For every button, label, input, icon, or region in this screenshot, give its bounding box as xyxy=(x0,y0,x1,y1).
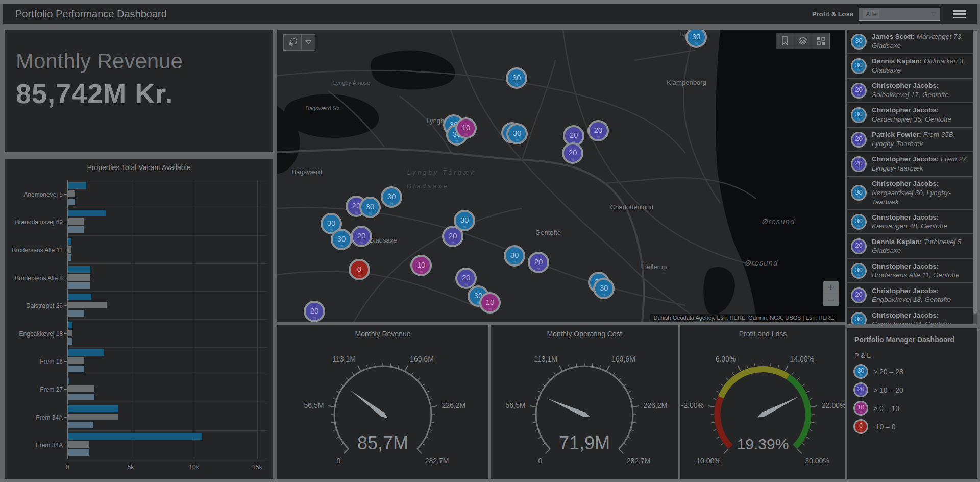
list-item-text: Dennis Kaplan: Oldmarken 3, Gladsaxe xyxy=(872,57,971,75)
select-tool-button[interactable] xyxy=(284,35,301,50)
cluster-badge-20[interactable]: 20% xyxy=(442,226,463,247)
svg-text:113,1M: 113,1M xyxy=(534,355,557,363)
bar-vacant-3 xyxy=(68,274,90,281)
cluster-badge-20: 20% xyxy=(853,382,868,397)
gauge-dial: -10.00%-2.00%6.00%14.00%22.00%30.00%19.3… xyxy=(680,338,845,478)
bar-x-tick: 0 xyxy=(66,464,69,471)
bar-category-label: Branddamsvej 69 xyxy=(9,219,63,226)
map-attribution: Danish Geodata Agency, Esri, HERE, Garmi… xyxy=(650,314,837,321)
cluster-badge-30[interactable]: 30% xyxy=(504,245,525,267)
map-zoom-control: + − xyxy=(823,281,839,306)
map-panel[interactable]: TaarbækLyngby ÅmoseKlampenborgBagsværd S… xyxy=(277,30,845,322)
map-place-label: Klampenborg xyxy=(667,79,706,86)
indicator-panel: Monthly Revenue 85,742M Kr. xyxy=(5,30,273,152)
list-scrollbar[interactable] xyxy=(973,30,977,324)
page-bottom-strip xyxy=(0,479,980,482)
zoom-in-button[interactable]: + xyxy=(823,281,839,294)
cluster-badge-10[interactable]: 10% xyxy=(479,292,501,314)
legend-title: Portfolio Manager Dashboard xyxy=(847,328,977,344)
list-item[interactable]: 30%Christopher Jacobs: Kærvangen 48, Gen… xyxy=(847,210,973,234)
list-item-text: James Scott: Mårvænget 73, Gladsaxe xyxy=(872,32,971,51)
list-item[interactable]: 20%Dennis Kaplan: Turbinevej 5, Gladsaxe xyxy=(847,234,973,259)
cluster-badge-20: 20% xyxy=(851,132,867,148)
cluster-badge-30[interactable]: 30% xyxy=(593,278,615,299)
bar-available-1 xyxy=(68,226,84,233)
list-item-text: Christopher Jacobs: Engbakkevej 18, Gent… xyxy=(872,286,971,305)
list-item[interactable]: 30%Christopher Jacobs: Garderhøjvej 35, … xyxy=(847,103,973,128)
cluster-badge-30: 30% xyxy=(851,214,867,230)
bar-total-3 xyxy=(68,266,90,273)
cluster-badge-30[interactable]: 30% xyxy=(506,123,528,144)
cluster-badge-30: 30% xyxy=(851,107,867,123)
list-item[interactable]: 30%Christopher Jacobs: Garderhøjvej 24, … xyxy=(847,308,973,324)
gauge-value: 85,7M xyxy=(357,432,408,453)
cluster-badge-20: 20% xyxy=(851,238,867,254)
cluster-badge-10[interactable]: 10% xyxy=(455,117,477,139)
bar-available-0 xyxy=(68,199,75,205)
map-place-label: Lyngby Åmose xyxy=(333,80,370,86)
cluster-badge-10[interactable]: 10% xyxy=(410,255,432,276)
map-place-label: Gentofte xyxy=(535,229,561,236)
list-item[interactable]: 20%Christopher Jacobs: Frem 27, Lyngby-T… xyxy=(847,152,973,177)
bookmarks-button[interactable] xyxy=(776,33,794,49)
list-item[interactable]: 30%Christopher Jacobs: Brodersens Alle 1… xyxy=(847,259,973,283)
property-list-panel: 30%James Scott: Mårvænget 73, Gladsaxe30… xyxy=(847,30,977,324)
cluster-badge-20[interactable]: 20% xyxy=(351,226,372,247)
property-list: 30%James Scott: Mårvænget 73, Gladsaxe30… xyxy=(847,30,973,324)
map-place-label: Bagsværd xyxy=(291,168,322,176)
basemap-grid-icon xyxy=(817,37,825,45)
cluster-badge-0[interactable]: 0% xyxy=(349,259,370,280)
cluster-badge-20[interactable]: 20% xyxy=(455,268,477,289)
bar-available-7 xyxy=(68,394,94,400)
list-item[interactable]: 20%Christopher Jacobs: Engbakkevej 18, G… xyxy=(847,283,973,308)
cluster-badge-30[interactable]: 30% xyxy=(506,67,527,89)
map-tools-group xyxy=(776,33,830,49)
basemap-gallery-button[interactable] xyxy=(812,33,829,49)
bar-available-9 xyxy=(68,449,89,456)
map-place-label: Gladsaxe xyxy=(369,236,397,244)
bar-category-label: Frem 34A xyxy=(9,442,63,449)
cluster-badge-30[interactable]: 30% xyxy=(381,186,402,208)
cluster-badge-30[interactable]: 30% xyxy=(359,197,381,218)
layers-button[interactable] xyxy=(794,33,812,49)
gauge-title: Monthly Operating Cost xyxy=(491,325,678,338)
list-item[interactable]: 30%Christopher Jacobs: Nørgaardsvej 30, … xyxy=(847,177,973,210)
bar-x-tick: 10k xyxy=(189,464,199,471)
filter-selected-value: Alle xyxy=(863,10,879,18)
cluster-badge-20: 20% xyxy=(851,287,867,303)
list-item[interactable]: 30%James Scott: Mårvænget 73, Gladsaxe xyxy=(847,30,973,54)
list-item[interactable]: 30%Dennis Kaplan: Oldmarken 3, Gladsaxe xyxy=(847,54,973,79)
list-item[interactable]: 20%Patrick Fowler: Frem 35B, Lyngby-Taar… xyxy=(847,128,973,152)
page-title: Portfolio Performance Dashboard xyxy=(15,8,167,20)
map-place-label: Charlottenlund xyxy=(610,203,654,211)
list-item-text: Christopher Jacobs: Nørgaardsvej 30, Lyn… xyxy=(872,179,971,206)
map-place-label: Hellerup xyxy=(642,263,667,271)
gauge-value: 19.39% xyxy=(737,436,789,452)
cluster-badge-30[interactable]: 30% xyxy=(331,229,352,250)
cluster-badge-20[interactable]: 20% xyxy=(304,301,325,322)
bar-vacant-1 xyxy=(68,218,84,225)
cluster-badge-20[interactable]: 20% xyxy=(587,120,609,141)
bar-vacant-0 xyxy=(68,190,75,197)
cluster-badge-30: 30% xyxy=(853,364,868,379)
select-tool-dropdown[interactable] xyxy=(301,35,315,50)
bar-chart-panel: Properties Total Vacant Available Anemon… xyxy=(5,159,273,479)
svg-text:6.00%: 6.00% xyxy=(716,355,736,363)
layers-icon xyxy=(798,36,807,45)
list-scrollbar-thumb[interactable] xyxy=(973,31,977,314)
filter-select[interactable]: Alle ▽ xyxy=(859,8,940,21)
legend-rows: 30%> 20 – 2820%> 10 – 2010%> 0 – 100%-10… xyxy=(847,364,977,434)
list-item[interactable]: 20%Christopher Jacobs: Solbakkevej 17, G… xyxy=(847,79,973,103)
bar-vacant-7 xyxy=(68,385,94,392)
zoom-out-button[interactable]: − xyxy=(823,294,839,306)
bar-vacant-8 xyxy=(68,414,118,420)
cluster-badge-20[interactable]: 20% xyxy=(528,252,549,273)
svg-text:226,2M: 226,2M xyxy=(442,401,466,409)
menu-hamburger-icon[interactable] xyxy=(953,10,966,18)
svg-text:226,2M: 226,2M xyxy=(644,401,668,409)
cluster-badge-20[interactable]: 20% xyxy=(562,142,583,164)
list-item-text: Christopher Jacobs: Kærvangen 48, Gentof… xyxy=(872,213,971,231)
map-select-tool-group xyxy=(283,34,315,51)
bar-category-label: Brodersens Alle 8 xyxy=(9,275,63,282)
legend-subtitle: P & L xyxy=(847,344,977,360)
